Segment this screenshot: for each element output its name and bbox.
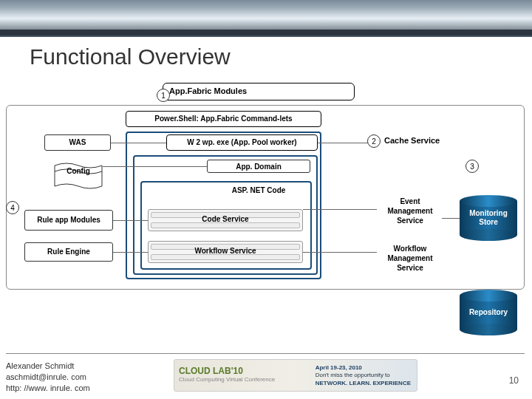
monitoring-store-cylinder: Monitoring Store xyxy=(460,195,517,241)
page-number: 10 xyxy=(509,375,519,386)
footer-divider xyxy=(6,353,525,354)
code-service-box: Code Service xyxy=(148,209,303,231)
config-box: Config xyxy=(54,161,103,191)
marker-3: 3 xyxy=(466,160,479,173)
connector xyxy=(303,209,377,210)
event-mgmt-label: Event Management Service xyxy=(378,197,442,225)
connector xyxy=(303,252,377,253)
was-box: WAS xyxy=(44,134,111,151)
powershell-box: Power.Shell: App.Fabric Command-lets xyxy=(126,111,321,127)
connector xyxy=(113,220,148,221)
page-title: Functional Overview xyxy=(30,44,231,69)
connector xyxy=(113,252,148,253)
w2wp-box: W 2 wp. exe (App. Pool worker) xyxy=(166,134,318,151)
author-block: Alexander Schmidt aschmidt@inrule. com h… xyxy=(6,361,90,394)
repository-label: Repository xyxy=(460,308,517,317)
rule-engine-box: Rule Engine xyxy=(24,242,113,262)
marker-2: 2 xyxy=(367,134,381,148)
author-name: Alexander Schmidt xyxy=(6,361,90,372)
document-icon xyxy=(54,161,103,191)
appdomain-label: App. Domain xyxy=(207,160,310,173)
header-dark-bar xyxy=(0,30,532,35)
appfabric-modules-label: App.Fabric Modules xyxy=(169,86,247,95)
author-email: aschmidt@inrule. com xyxy=(6,372,90,383)
banner-info: April 19-23, 2010 Don't miss the opportu… xyxy=(316,364,411,387)
banner-brand: CLOUD LAB'10 Cloud Computing Virtual Con… xyxy=(179,366,275,383)
workflow-service-label: Workflow Service xyxy=(149,247,302,255)
marker-1: 1 xyxy=(157,89,170,102)
config-label: Config xyxy=(66,167,90,175)
author-url: http: //www. inrule. com xyxy=(6,383,90,394)
appfabric-modules-box: App.Fabric Modules xyxy=(163,83,355,100)
workflow-mgmt-label: Workflow Management Service xyxy=(378,244,442,273)
monitoring-store-label: Monitoring Store xyxy=(460,209,517,227)
cache-service-label: Cache Service xyxy=(384,136,458,151)
repository-cylinder: Repository xyxy=(460,290,517,335)
workflow-service-box: Workflow Service xyxy=(148,241,303,263)
connector xyxy=(442,218,460,219)
connector xyxy=(103,166,207,167)
marker-4: 4 xyxy=(6,201,19,214)
conference-banner: CLOUD LAB'10 Cloud Computing Virtual Con… xyxy=(174,359,417,392)
rule-app-modules-box: Rule app Modules xyxy=(24,210,113,231)
connector xyxy=(111,143,166,143)
code-service-label: Code Service xyxy=(149,215,302,223)
aspnet-label: ASP. NET Code xyxy=(207,185,310,197)
